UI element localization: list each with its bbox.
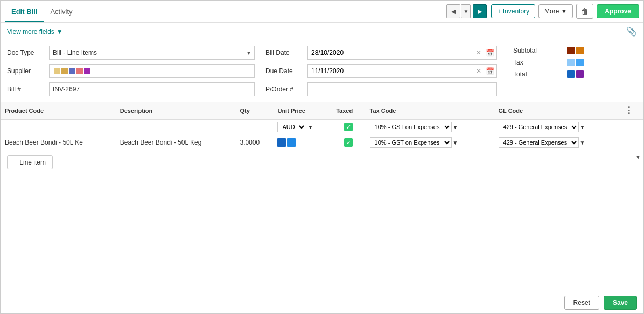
total-colors <box>567 70 584 78</box>
gl-code-arrow-row: ▼ <box>580 140 585 146</box>
form-section: Doc Type Bill - Line Items ▼ Supplier <box>1 40 643 102</box>
bill-date-clear-button[interactable]: ✕ <box>474 49 484 56</box>
col-header-more: ⋮ <box>620 102 643 119</box>
currency-empty-1 <box>1 119 116 134</box>
table-row: Beach Beer Bondi - 50L Ke Beach Beer Bon… <box>1 134 643 151</box>
supplier-row: Supplier ▼ <box>7 64 255 78</box>
unit-price-cell <box>277 138 327 147</box>
gl-code-select-row[interactable]: 429 - General Expenses <box>499 137 579 148</box>
currency-tax-code-cell: 10% - GST on Expenses ▼ <box>366 119 494 134</box>
taxed-checkbox-header[interactable]: ✓ <box>344 123 353 131</box>
tax-code-select-header[interactable]: 10% - GST on Expenses <box>370 122 452 132</box>
col-header-product-code: Product Code <box>1 102 116 119</box>
bill-date-row: Bill Date ✕ 📅 <box>265 46 497 60</box>
due-date-label: Due Date <box>265 67 303 75</box>
due-date-clear-button[interactable]: ✕ <box>474 67 484 75</box>
subtotal-bar-2 <box>576 47 584 54</box>
delete-button[interactable]: 🗑 <box>576 4 593 19</box>
currency-select[interactable]: AUD USD EUR <box>277 122 306 132</box>
currency-empty-3 <box>235 119 273 134</box>
supplier-dot-3 <box>69 68 75 74</box>
row-unit-price <box>273 134 332 151</box>
po-input[interactable] <box>307 82 497 96</box>
subtotal-label: Subtotal <box>513 47 545 54</box>
inventory-button[interactable]: + Inventory <box>491 4 535 18</box>
po-row: P/Order # <box>265 82 497 96</box>
table-header-row: Product Code Description Qty Unit Price … <box>1 102 643 119</box>
currency-cell: AUD USD EUR ▼ <box>273 119 332 134</box>
footer: Reset Save <box>1 291 643 313</box>
tax-row: Tax <box>513 58 637 67</box>
form-summary: Subtotal Tax Total <box>508 46 637 96</box>
currency-row: AUD USD EUR ▼ ✓ 10% - GST <box>1 119 643 134</box>
tab-edit-bill[interactable]: Edit Bill <box>5 2 44 22</box>
po-label: P/Order # <box>265 85 303 93</box>
doc-type-select-wrapper: Bill - Line Items ▼ <box>49 46 255 60</box>
subtotal-bar-1 <box>567 47 575 54</box>
approve-button[interactable]: Approve <box>597 4 639 18</box>
reset-button[interactable]: Reset <box>564 296 599 310</box>
prev-button[interactable]: ◀ <box>446 4 460 18</box>
unit-price-color-2 <box>287 138 296 147</box>
total-bar-1 <box>567 70 575 78</box>
tax-code-select-wrapper-header: 10% - GST on Expenses ▼ <box>370 122 490 132</box>
col-header-unit-price: Unit Price <box>273 102 332 119</box>
supplier-dot-2 <box>61 68 68 74</box>
subtotal-colors <box>567 47 584 54</box>
gl-code-select-wrapper-header: 429 - General Expenses ▼ <box>499 122 617 132</box>
tax-code-select-wrapper-row: 10% - GST on Expenses ▼ <box>370 137 490 148</box>
tax-colors <box>567 59 584 66</box>
supplier-color-dots <box>52 68 93 74</box>
save-button[interactable]: Save <box>604 296 637 310</box>
currency-more-cell <box>620 119 643 134</box>
nav-dropdown-button[interactable]: ▼ <box>461 4 471 18</box>
header-actions: + Inventory More ▼ 🗑 Approve <box>491 4 639 19</box>
row-tax-code: 10% - GST on Expenses ▼ <box>366 134 494 151</box>
bill-date-input[interactable] <box>308 47 474 59</box>
bill-number-label: Bill # <box>7 85 45 93</box>
currency-taxed-cell: ✓ <box>332 119 365 134</box>
taxed-checkbox-row[interactable]: ✓ <box>344 138 353 147</box>
tax-bar-1 <box>567 59 575 66</box>
supplier-dot-4 <box>76 68 83 74</box>
total-bar-2 <box>576 70 584 78</box>
form-left: Doc Type Bill - Line Items ▼ Supplier <box>7 46 255 96</box>
tab-bar: Edit Bill Activity ◀ ▼ ▶ + Inventory Mor… <box>1 1 643 23</box>
row-description: Beach Beer Bondi - 50L Keg <box>116 134 236 151</box>
gl-code-select-header[interactable]: 429 - General Expenses <box>499 122 579 132</box>
due-date-calendar-button[interactable]: 📅 <box>484 67 496 75</box>
due-date-input-wrapper: ✕ 📅 <box>307 64 497 78</box>
subtotal-row: Subtotal <box>513 46 637 55</box>
bill-date-calendar-button[interactable]: 📅 <box>484 49 496 57</box>
add-line-item-button[interactable]: + Line item <box>7 155 53 169</box>
col-header-gl-code: GL Code <box>494 102 621 119</box>
more-button[interactable]: More ▼ <box>538 4 573 18</box>
bill-date-input-wrapper: ✕ 📅 <box>307 46 497 60</box>
column-options-icon[interactable]: ⋮ <box>625 106 633 115</box>
doc-type-select[interactable]: Bill - Line Items <box>49 46 255 60</box>
tax-code-arrow-header: ▼ <box>453 124 458 130</box>
nav-controls: ◀ ▼ ▶ <box>446 4 487 18</box>
view-more-bar: View more fields ▼ 📎 <box>1 23 643 40</box>
supplier-input[interactable] <box>94 67 252 75</box>
due-date-input[interactable] <box>308 65 474 77</box>
row-more <box>620 134 643 151</box>
currency-arrow-icon: ▼ <box>307 124 313 130</box>
bill-number-input[interactable] <box>49 82 255 96</box>
currency-gl-code-cell: 429 - General Expenses ▼ <box>494 119 621 134</box>
next-button[interactable]: ▶ <box>473 4 487 18</box>
bill-number-row: Bill # <box>7 82 255 96</box>
view-more-link[interactable]: View more fields ▼ <box>7 28 63 35</box>
row-product-code: Beach Beer Bondi - 50L Ke <box>1 134 116 151</box>
more-dropdown-icon: ▼ <box>561 8 567 15</box>
attachment-icon[interactable]: 📎 <box>626 26 637 37</box>
col-header-description: Description <box>116 102 236 119</box>
currency-empty-2 <box>116 119 236 134</box>
supplier-dot-1 <box>54 68 60 74</box>
tax-code-select-row[interactable]: 10% - GST on Expenses <box>370 137 452 148</box>
col-header-tax-code: Tax Code <box>366 102 494 119</box>
form-right: Bill Date ✕ 📅 Due Date ✕ 📅 P/Order # <box>265 46 497 96</box>
currency-select-wrapper: AUD USD EUR ▼ <box>277 122 327 132</box>
tab-activity[interactable]: Activity <box>44 2 79 22</box>
doc-type-row: Doc Type Bill - Line Items ▼ <box>7 46 255 60</box>
